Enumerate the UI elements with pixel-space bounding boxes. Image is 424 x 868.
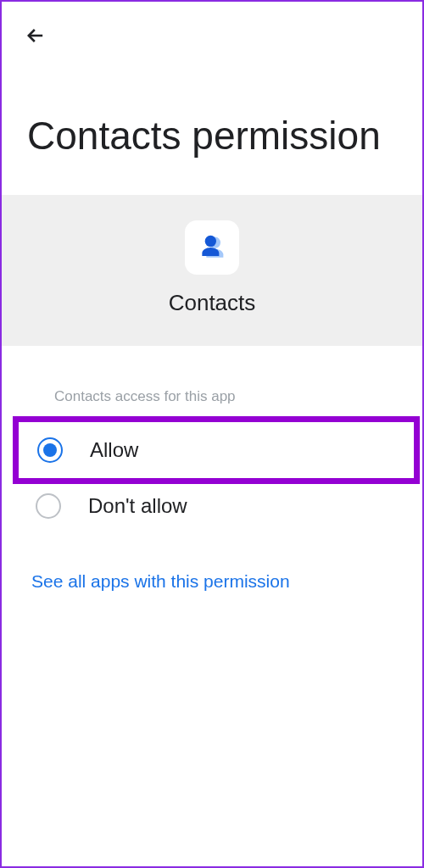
permission-name: Contacts — [169, 290, 256, 316]
permission-banner: Contacts — [2, 195, 422, 346]
radio-label-dont-allow: Don't allow — [88, 494, 187, 518]
page-title: Contacts permission — [2, 61, 422, 195]
permission-icon-box — [185, 220, 239, 275]
radio-button-unselected-icon — [36, 493, 61, 519]
see-all-apps-link[interactable]: See all apps with this permission — [2, 534, 422, 592]
contacts-icon — [195, 231, 229, 264]
back-button[interactable] — [19, 19, 53, 53]
svg-point-1 — [205, 235, 216, 246]
radio-option-dont-allow[interactable]: Don't allow — [2, 478, 422, 534]
radio-button-selected-icon — [37, 437, 63, 463]
back-arrow-icon — [24, 24, 47, 47]
section-label: Contacts access for this app — [2, 346, 422, 422]
radio-label-allow: Allow — [90, 438, 138, 462]
radio-option-allow[interactable]: Allow — [19, 422, 414, 478]
